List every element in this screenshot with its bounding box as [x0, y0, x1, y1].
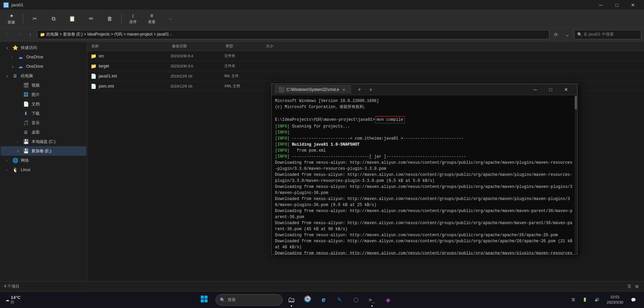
taskbar-apps: 🔍 搜索 🗂 e [23, 293, 569, 307]
sidebar-label: OneDrive [26, 55, 43, 59]
desktop-icon: 🖥 [23, 129, 29, 135]
cmd-maximize-button[interactable]: □ [543, 84, 558, 95]
address-path[interactable]: 📁 此电脑 > 新加卷 (E:) > IdeaProjects > 代码 > m… [37, 30, 549, 39]
sound-indicator[interactable]: 🔊 [592, 296, 602, 303]
back-button[interactable]: ← [3, 30, 12, 39]
cmd-tab-dropdown[interactable]: ∨ [367, 86, 375, 94]
sidebar-item-pictures[interactable]: 🖼 图片 [1, 90, 86, 99]
forward-button[interactable]: → [14, 30, 24, 39]
taskbar-app-windows[interactable] [197, 293, 212, 307]
explorer-icon: 🗂 [288, 296, 295, 304]
taskbar-app-vscode[interactable]: ✎ [332, 293, 347, 307]
table-row[interactable]: 📄 java01.iml 2019/12/9 16: IML 文件 [87, 71, 644, 81]
cmd-new-tab-button[interactable]: + [355, 85, 364, 94]
new-button[interactable]: ✦ 新建 [3, 11, 20, 26]
cmd-tab[interactable]: ⬛ C:\Windows\System32\cmd.e ✕ [275, 85, 351, 94]
sidebar-item-new-vol-e[interactable]: ∨ 💾 新加卷 (E:) [1, 146, 86, 156]
chevron-icon: ∨ [5, 46, 9, 50]
sidebar-item-network[interactable]: › 🌐 网络 [1, 156, 86, 165]
file-date: 2023/3/30 9:5 [171, 64, 224, 68]
vs-icon: ⬡ [353, 296, 359, 304]
sidebar-item-linux[interactable]: › 🐧 Linux [1, 165, 86, 174]
language-indicator[interactable]: 英 [569, 296, 578, 304]
grid-view-icon[interactable]: ⊞ [634, 284, 640, 290]
cmd-line: [INFO] [275, 130, 574, 136]
chevron-icon: ∨ [5, 74, 9, 78]
cmd-line: Downloaded from nexus-aliyun: http://mav… [275, 172, 574, 184]
up-button[interactable]: ↑ [26, 30, 35, 39]
clock[interactable]: 10:01 2023/3/30 [604, 293, 626, 306]
refresh-button[interactable]: ⟳ [551, 30, 561, 39]
cmd-scrollbar[interactable] [574, 95, 577, 254]
copy-button[interactable]: ⧉ [45, 14, 62, 23]
sort-button[interactable]: ↕ 排序 [124, 11, 142, 26]
vscode-icon: ✎ [337, 296, 342, 304]
sidebar-item-downloads[interactable]: ⬇ 下载 [1, 109, 86, 118]
sidebar-item-onedrive1[interactable]: › ☁ OneDrive [1, 52, 86, 62]
cmd-line: [INFO] from pom.xml [275, 148, 574, 154]
view-button[interactable]: ≡ 查看 [143, 11, 160, 26]
sidebar-item-local-c[interactable]: › 💾 本地磁盘 (C:) [1, 137, 86, 146]
col-header-date[interactable]: 修改日期 [171, 44, 224, 49]
col-header-type[interactable]: 类型 [224, 44, 265, 49]
table-row[interactable]: 📁 src 2023/3/30 8:4 文件夹 [87, 51, 644, 61]
taskbar-app-edge[interactable]: e [316, 293, 331, 307]
disk-e-icon: 💾 [23, 148, 29, 154]
delete-button[interactable]: 🗑 [101, 14, 119, 23]
cmd-minimize-button[interactable]: ─ [527, 84, 543, 95]
file-area: 名称 修改日期 类型 大小 📁 src 2023/3/30 8:4 文件夹 📁 … [87, 42, 644, 298]
pictures-icon: 🖼 [23, 92, 29, 98]
search-icon: 🔍 [577, 32, 582, 37]
file-date: 2023/3/30 8:4 [171, 54, 224, 58]
weather-condition: 阴 [11, 300, 20, 305]
dropdown-button[interactable]: ⌄ [563, 30, 572, 39]
taskbar-app-chrome[interactable] [300, 293, 315, 307]
notification-button[interactable]: 💬 [628, 295, 639, 305]
documents-icon: 📄 [23, 101, 29, 107]
taskbar-app-vs[interactable]: ⬡ [349, 293, 363, 307]
battery-indicator[interactable]: 🔋 [580, 296, 590, 303]
title-bar: java01 ─ □ ✕ [0, 0, 644, 10]
computer-icon: 🖥 [12, 73, 18, 79]
search-box[interactable]: 🔍 在 java01 中搜索 [574, 30, 641, 39]
sidebar-item-quick-access[interactable]: ∨ ⭐ 快速访问 [1, 43, 86, 52]
col-header-size[interactable]: 大小 [265, 44, 298, 49]
sidebar-item-music[interactable]: 🎵 音乐 [1, 118, 86, 127]
sidebar-item-videos[interactable]: 🎬 视频 [1, 81, 86, 90]
col-header-name[interactable]: 名称 [90, 44, 171, 49]
cut-button[interactable]: ✂ [26, 14, 43, 23]
table-row[interactable]: 📁 target 2023/3/30 9:5 文件夹 [87, 61, 644, 71]
maximize-button[interactable]: □ [609, 0, 625, 10]
rename-button[interactable]: ✏ [82, 14, 100, 23]
more-button[interactable]: ··· [162, 15, 179, 22]
close-button[interactable]: ✕ [625, 0, 641, 10]
time-display: 10:01 [610, 295, 620, 300]
sidebar-label: 下载 [32, 111, 40, 116]
taskbar-app-terminal[interactable]: >_ [365, 293, 379, 307]
linux-icon: 🐧 [12, 167, 18, 173]
sidebar-item-this-pc[interactable]: ∨ 🖥 此电脑 [1, 71, 86, 81]
taskbar-right: 英 🔋 🔊 10:01 2023/3/30 💬 [569, 293, 641, 306]
svg-rect-0 [4, 3, 6, 5]
paste-button[interactable]: 📋 [63, 14, 81, 23]
search-placeholder: 在 java01 中搜索 [584, 32, 614, 37]
file-type: 文件夹 [224, 53, 265, 58]
cmd-line: Microsoft Windows [Version 10.0.22000.16… [275, 98, 574, 104]
cmd-tab-close-button[interactable]: ✕ [341, 87, 347, 92]
weather-widget[interactable]: ☁ 14°C 阴 [3, 294, 23, 306]
sidebar-item-desktop[interactable]: 🖥 桌面 [1, 127, 86, 137]
rename-icon: ✏ [89, 15, 93, 22]
taskbar-app-explorer[interactable]: 🗂 [284, 293, 299, 307]
cmd-scrollbar-thumb[interactable] [575, 96, 577, 109]
list-view-icon[interactable]: ☰ [626, 284, 633, 290]
sidebar-item-onedrive2[interactable]: ∨ ☁ OneDrive [1, 62, 86, 71]
weather-temp: 14°C [11, 295, 20, 300]
taskbar-app-other[interactable]: ◈ [381, 293, 396, 307]
minimize-button[interactable]: ─ [593, 0, 608, 10]
cmd-close-button[interactable]: ✕ [558, 84, 574, 95]
taskbar-search[interactable]: 🔍 搜索 [216, 294, 283, 306]
sort-icon: ↕ [132, 13, 134, 19]
file-list-header: 名称 修改日期 类型 大小 [87, 42, 644, 51]
file-name: java01.iml [99, 74, 171, 79]
sidebar-item-documents[interactable]: 📄 文档 [1, 99, 86, 109]
